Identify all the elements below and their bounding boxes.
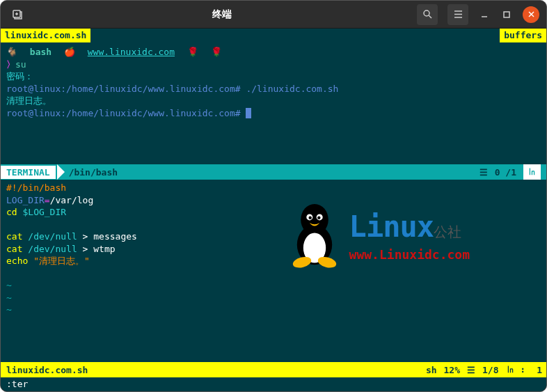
- vim-tabline: linuxidc.com.sh buffers: [1, 29, 546, 42]
- svg-point-1: [424, 10, 429, 16]
- tab-file[interactable]: linuxidc.com.sh: [1, 29, 90, 42]
- rose-icon: 🌹: [211, 47, 222, 57]
- vim-cmdline[interactable]: :ter: [1, 377, 546, 391]
- tux-icon: [283, 201, 346, 270]
- code-line: #!/bin/bash: [6, 182, 541, 194]
- new-tab-button[interactable]: [8, 5, 27, 24]
- empty-line: ~: [6, 292, 541, 304]
- statusline-top: TERMINAL /bin/bash ☰ 0 /1 ㏑: [1, 164, 546, 180]
- window-title: 终端: [27, 8, 417, 21]
- status-percent: 12%: [444, 365, 460, 375]
- svg-rect-7: [504, 12, 509, 17]
- prompt-line: 🐐 bash 🍎 www.linuxidc.com 🌹 🌹: [6, 46, 541, 58]
- mode-indicator: TERMINAL: [1, 166, 56, 179]
- status-path: /bin/bash: [65, 167, 122, 178]
- output-line: 清理日志。: [6, 95, 541, 107]
- bash-label: bash: [30, 47, 51, 57]
- svg-point-15: [308, 217, 312, 220]
- watermark-linux: Linux: [349, 210, 434, 244]
- status-pos: 0 /1: [495, 167, 516, 178]
- status-ln-label: ㏑ :: [506, 363, 526, 376]
- svg-line-2: [429, 15, 431, 18]
- line-indicator: ㏑: [523, 164, 541, 180]
- hamburger-icon: ☰: [479, 167, 488, 178]
- statusline-bottom: linuxidc.com.sh sh 12% ☰ 1/8 ㏑ : 1: [1, 362, 546, 377]
- terminal-pane[interactable]: 🐐 bash 🍎 www.linuxidc.com 🌹 🌹 〉su 密码： ro…: [1, 42, 546, 164]
- terminal-window: 终端 linuxidc.com.sh buffers: [0, 0, 547, 392]
- watermark-url: www.Linuxidc.com: [349, 246, 470, 263]
- hamburger-icon: ☰: [467, 365, 475, 375]
- status-line-pos: 1/8: [482, 365, 498, 375]
- svg-point-16: [317, 217, 321, 220]
- prompt-url: www.linuxidc.com: [88, 47, 175, 57]
- empty-line: ~: [6, 304, 541, 316]
- root-prompt-line: root@linux:/home/linuxidc/www.linuxidc.c…: [6, 83, 541, 95]
- watermark-gongsi: 公社: [434, 224, 461, 240]
- empty-line: ~: [6, 279, 541, 292]
- goat-icon: 🐐: [6, 47, 17, 57]
- status-filename: linuxidc.com.sh: [1, 365, 93, 375]
- rose-icon: 🌹: [187, 47, 198, 57]
- status-filetype: sh: [426, 365, 437, 375]
- password-prompt: 密码：: [6, 70, 541, 83]
- tab-buffers[interactable]: buffers: [500, 29, 546, 42]
- su-line: 〉su: [6, 58, 541, 71]
- menu-button[interactable]: [447, 4, 468, 25]
- search-button[interactable]: [417, 4, 438, 25]
- editor-pane[interactable]: #!/bin/bash LOG_DIR=/var/log cd $LOG_DIR…: [1, 180, 546, 362]
- titlebar: 终端: [1, 1, 546, 29]
- terminal-content[interactable]: linuxidc.com.sh buffers 🐐 bash 🍎 www.lin…: [1, 29, 546, 391]
- root-prompt-line: root@linux:/home/linuxidc/www.linuxidc.c…: [6, 107, 541, 120]
- status-col: 1: [532, 363, 546, 377]
- watermark: Linux公社 www.Linuxidc.com: [283, 201, 470, 270]
- separator-icon: [57, 164, 65, 180]
- apple-icon: 🍎: [64, 47, 75, 57]
- close-button[interactable]: [523, 6, 539, 23]
- maximize-button[interactable]: [500, 8, 513, 21]
- minimize-button[interactable]: [478, 8, 491, 21]
- cursor: [246, 108, 251, 118]
